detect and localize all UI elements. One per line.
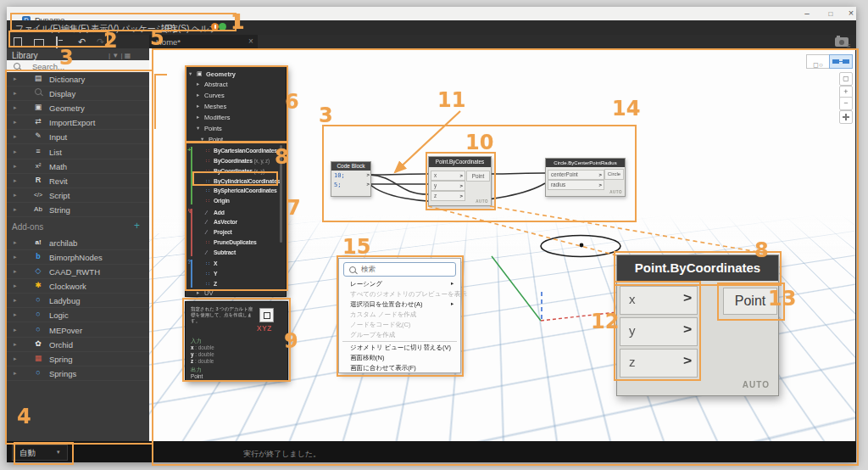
library-item-list[interactable]: List [7, 144, 149, 159]
menu-file[interactable]: ファイル(F) [15, 23, 61, 35]
node-icon [206, 219, 207, 225]
menu-item-align-selection[interactable]: 選択項目を位置合わせ(A) [339, 299, 460, 310]
addon-bimorphnodes[interactable]: BimorphNodes [7, 249, 149, 265]
tree-member[interactable]: Add [186, 209, 286, 218]
point-bycoordinates-zoom-node[interactable]: Point.ByCoordinates x y z Point AUTO [616, 255, 779, 396]
tree-member[interactable]: Z [186, 280, 286, 289]
input-port-x[interactable]: x [431, 171, 465, 181]
circle-bycenterpointradius-node[interactable]: Circle.ByCenterPointRadius centerPoint r… [545, 158, 626, 197]
zoom-input-port-x[interactable]: x [620, 286, 698, 315]
maximize-button[interactable] [821, 7, 841, 20]
node-icon [206, 168, 209, 175]
expand-icon [14, 133, 17, 140]
tree-cat-uv[interactable]: ▸UV [186, 289, 286, 299]
menu-edit[interactable]: 編集(E) [61, 23, 89, 35]
library-item-script[interactable]: Script [7, 187, 149, 203]
library-view-toggle-icons[interactable] [108, 52, 131, 59]
tree-scrollbar[interactable] [280, 145, 282, 243]
addon-caad-rwth[interactable]: CAAD_RWTH [7, 264, 149, 279]
tab-close-icon[interactable] [248, 36, 253, 46]
output-port-icon[interactable]: > [366, 172, 370, 177]
addon-orchid[interactable]: Orchid [7, 337, 149, 352]
menu-item-switch-to-geometry-view[interactable]: ジオメトリ ビューに切り替える(V) [339, 343, 460, 353]
zoom-out-button[interactable] [839, 97, 853, 110]
minimize-button[interactable] [797, 7, 817, 20]
redo-icon[interactable] [97, 37, 104, 46]
zoom-output-port-point[interactable]: Point [723, 288, 777, 315]
tree-member[interactable]: PruneDuplicates [186, 238, 286, 248]
addon-ladybug[interactable]: Ladybug [7, 293, 149, 308]
library-title: Library [12, 51, 38, 60]
run-mode-dropdown[interactable]: 自動 [12, 445, 68, 461]
menu-item-pan[interactable]: 画面移動(N) [339, 353, 460, 363]
tree-root-geometry[interactable]: ▾ Geometry [186, 70, 286, 80]
menu-settings[interactable]: 設定(S) [161, 23, 189, 35]
tree-cat-points[interactable]: ▾Points [186, 125, 286, 135]
addon-clockwork[interactable]: Clockwork [7, 278, 149, 294]
tree-cat-abstract[interactable]: ▸Abstract [186, 81, 286, 91]
tree-cat-point[interactable]: ▾Point [186, 136, 286, 146]
output-port-point[interactable]: Point [466, 171, 490, 182]
package-icon [32, 368, 44, 377]
graph-view-toggle[interactable] [829, 54, 853, 69]
context-search-input[interactable] [359, 264, 452, 274]
tree-member[interactable]: Project [186, 228, 286, 238]
pen-icon [32, 131, 44, 140]
code-block-node[interactable]: Code Block 10; 5; > > [331, 161, 371, 197]
expand-icon [14, 206, 17, 213]
tree-member[interactable]: ByCylindricalCoordinates [186, 177, 286, 187]
tree-cat-meshes[interactable]: ▸Meshes [186, 103, 286, 113]
tree-member[interactable]: Origin [186, 197, 286, 206]
tree-member[interactable]: ByCartesianCoordinates [186, 147, 286, 156]
library-search[interactable] [7, 60, 149, 72]
library-item-input[interactable]: Input [7, 129, 149, 144]
library-item-revit[interactable]: Revit [7, 173, 149, 188]
tree-member[interactable]: X [186, 260, 286, 269]
library-item-importexport[interactable]: ImportExport [7, 115, 149, 130]
addon-archilab[interactable]: archilab [7, 235, 149, 250]
menu-view[interactable]: 表示(V) [91, 23, 119, 35]
library-item-geometry[interactable]: Geometry [7, 100, 149, 115]
fit-view-button[interactable] [839, 72, 853, 86]
library-item-display[interactable]: Display [7, 86, 149, 101]
library-item-dictionary[interactable]: Dictionary [7, 71, 149, 87]
notification-icon[interactable] [211, 23, 219, 31]
library-item-string[interactable]: String [7, 202, 149, 217]
new-file-icon[interactable] [14, 37, 22, 48]
menu-item-lacing[interactable]: レーシング [339, 279, 460, 289]
undo-icon[interactable] [78, 37, 86, 46]
addon-springs[interactable]: Springs [7, 366, 149, 381]
output-port-icon[interactable]: > [366, 182, 370, 187]
zoom-input-port-y[interactable]: y [620, 317, 698, 346]
tree-member[interactable]: ByCoordinates (x, y) [186, 167, 286, 176]
context-menu-search[interactable] [343, 262, 456, 277]
open-file-icon[interactable] [34, 39, 44, 48]
online-status-icon[interactable] [219, 23, 226, 31]
bimorph-icon [32, 252, 44, 260]
addon-logic[interactable]: Logic [7, 307, 149, 322]
tree-member-bycoordinates-xyz[interactable]: ByCoordinates (x, y, z) [186, 157, 286, 166]
library-item-math[interactable]: Math [7, 159, 149, 174]
point-bycoordinates-node[interactable]: Point.ByCoordinates x y z Point AUTO [428, 156, 492, 206]
tree-cat-modifiers[interactable]: ▸Modifiers [186, 114, 286, 124]
tree-member[interactable]: BySphericalCoordinates [186, 187, 286, 196]
package-icon [32, 310, 44, 318]
output-port-circle[interactable]: Circle [604, 169, 624, 180]
input-port-radius[interactable]: radius [548, 180, 604, 190]
input-port-centerpoint[interactable]: centerPoint [548, 170, 604, 180]
menu-item-fit-to-screen[interactable]: 画面に合わせて表示(F) [339, 363, 460, 373]
input-port-z[interactable]: z [431, 191, 465, 201]
input-port-y[interactable]: y [431, 181, 465, 191]
tree-member[interactable]: Y [186, 270, 286, 279]
addon-mepover[interactable]: MEPover [7, 322, 149, 338]
add-package-icon[interactable] [134, 220, 140, 232]
zoom-input-port-z[interactable]: z [620, 349, 698, 378]
geometry-view-toggle[interactable]: ◻○ [806, 54, 830, 69]
tree-member[interactable]: Subtract [186, 249, 286, 258]
pan-button[interactable] [839, 110, 853, 124]
tree-member[interactable]: AsVector [186, 218, 286, 227]
close-button[interactable] [841, 7, 861, 20]
math-icon [32, 161, 44, 170]
tree-cat-curves[interactable]: ▸Curves [186, 92, 286, 102]
addon-spring[interactable]: Spring [7, 351, 149, 366]
